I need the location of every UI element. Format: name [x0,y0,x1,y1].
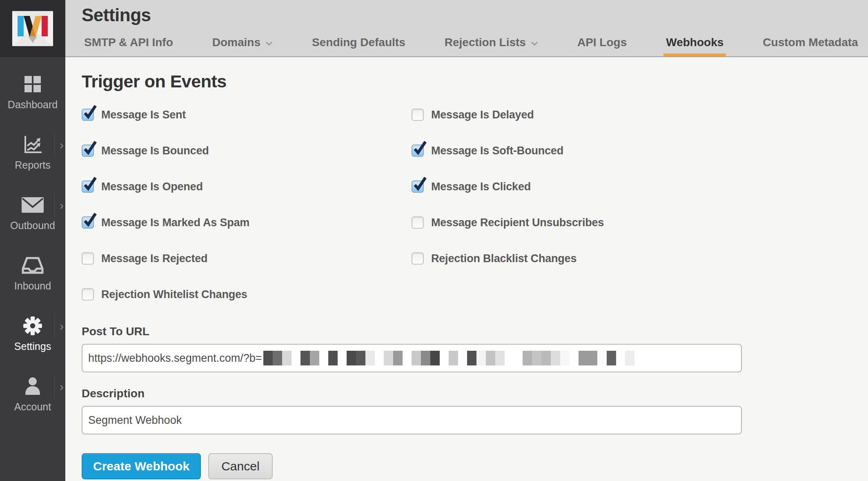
events-column-left: Message Is Sent Message Is Bounced Messa… [82,109,412,324]
sidebar-nav: Dashboard Reports › [0,57,65,432]
tab-label: SMTP & API Info [84,36,173,49]
sidebar-item-reports[interactable]: Reports › [0,130,65,190]
section-heading: Trigger on Events [82,71,868,91]
checkbox-rejection-whitelist-changes[interactable] [82,288,94,301]
checkbox-rejection-blacklist-changes[interactable] [412,252,424,265]
checkbox-label: Message Is Sent [101,109,186,121]
form-actions: Create Webhook Cancel [82,453,868,479]
inbox-tray-icon [21,255,44,276]
chevron-down-icon [531,41,538,46]
events-column-right: Message Is Delayed Message Is Soft-Bounc… [412,109,868,324]
dashboard-grid-icon [24,73,42,95]
sidebar-item-label: Inbound [14,280,51,292]
event-checkbox-grid: Message Is Sent Message Is Bounced Messa… [82,109,868,324]
sidebar-item-outbound[interactable]: Outbound › [0,190,65,251]
mandrill-m-logo [12,11,53,46]
create-webhook-button[interactable]: Create Webhook [82,453,201,479]
description-label: Description [82,387,868,400]
tab-rejection-lists[interactable]: Rejection Lists [442,36,541,56]
line-chart-icon [23,134,42,155]
sidebar-item-inbound[interactable]: Inbound [0,251,65,311]
event-row[interactable]: Message Is Opened [82,180,412,193]
event-row[interactable]: Message Is Bounced [82,145,412,157]
checkbox-label: Rejection Blacklist Changes [431,252,576,265]
webhook-form: Trigger on Events Message Is Sent Messag… [65,57,868,481]
person-icon [23,376,42,397]
tab-webhooks[interactable]: Webhooks [663,36,726,56]
envelope-icon [21,194,44,216]
checkbox-label: Message Is Clicked [431,180,531,193]
sidebar-item-label: Outbound [10,220,55,232]
tab-label: Rejection Lists [445,36,526,49]
tab-label: API Logs [577,36,627,49]
event-row[interactable]: Rejection Blacklist Changes [412,252,868,265]
tab-custom-metadata[interactable]: Custom Metadata [760,36,860,56]
checkbox-label: Message Is Delayed [431,109,534,121]
event-row[interactable]: Message Recipient Unsubscribes [412,216,868,229]
checkbox-message-is-sent[interactable] [82,109,94,121]
tab-label: Domains [212,36,260,49]
checkbox-label: Message Is Rejected [101,252,207,265]
description-value: Segment Webhook [88,414,182,427]
checkbox-message-is-clicked[interactable] [412,180,424,193]
checkbox-label: Message Recipient Unsubscribes [431,216,604,229]
sidebar-item-label: Dashboard [8,99,58,111]
event-row[interactable]: Message Is Rejected [82,252,412,265]
checkbox-label: Message Is Opened [101,180,203,193]
app-window: Dashboard Reports › [0,0,868,481]
checkbox-message-recipient-unsubscribes[interactable] [412,216,424,229]
gear-icon [22,315,43,336]
sidebar-item-dashboard[interactable]: Dashboard [0,69,65,130]
chevron-right-icon: › [54,375,64,399]
main-area: Settings SMTP & API Info Domains Sending… [65,0,868,481]
checkbox-message-is-marked-as-spam[interactable] [82,216,94,229]
post-to-url-label: Post To URL [82,325,868,338]
tab-label: Sending Defaults [312,36,405,49]
tab-sending-defaults[interactable]: Sending Defaults [309,36,408,56]
cancel-button[interactable]: Cancel [208,453,272,479]
checkbox-label: Message Is Soft-Bounced [431,145,563,157]
tab-label: Custom Metadata [763,36,858,49]
event-row[interactable]: Message Is Delayed [412,109,868,121]
sidebar-item-label: Settings [14,341,51,352]
checkbox-message-is-rejected[interactable] [82,252,94,265]
event-row[interactable]: Message Is Marked As Spam [82,216,412,229]
chevron-right-icon: › [54,194,64,217]
checkbox-label: Rejection Whitelist Changes [101,288,247,301]
post-to-url-value: https://webhooks.segment.com/?b= [88,352,262,365]
checkbox-message-is-opened[interactable] [82,180,94,193]
checkbox-message-is-delayed[interactable] [412,109,424,121]
tab-domains[interactable]: Domains [210,36,275,56]
event-row[interactable]: Message Is Clicked [412,180,868,193]
checkbox-label: Message Is Bounced [101,145,209,157]
description-input[interactable]: Segment Webhook [82,406,742,434]
chevron-right-icon: › [54,314,64,338]
tab-label: Webhooks [666,36,723,49]
event-row[interactable]: Message Is Sent [82,109,412,121]
redacted-url-token [263,351,634,365]
checkbox-label: Message Is Marked As Spam [101,216,249,229]
sidebar-item-label: Account [14,401,51,413]
checkbox-message-is-bounced[interactable] [82,145,94,157]
page-title: Settings [82,0,868,25]
post-to-url-input[interactable]: https://webhooks.segment.com/?b= [82,344,742,372]
logo-block[interactable] [0,0,65,57]
settings-header: Settings SMTP & API Info Domains Sending… [65,0,868,57]
settings-tabs: SMTP & API Info Domains Sending Defaults… [82,36,868,56]
checkbox-message-is-soft-bounced[interactable] [412,145,424,157]
event-row[interactable]: Message Is Soft-Bounced [412,145,868,157]
tab-api-logs[interactable]: API Logs [575,36,629,56]
sidebar: Dashboard Reports › [0,0,65,481]
sidebar-item-label: Reports [15,159,51,171]
sidebar-item-settings[interactable]: Settings › [0,311,65,372]
chevron-right-icon: › [54,133,64,157]
event-row[interactable]: Rejection Whitelist Changes [82,288,412,301]
chevron-down-icon [265,41,273,46]
tab-smtp-api-info[interactable]: SMTP & API Info [82,36,176,56]
sidebar-item-account[interactable]: Account › [0,372,65,432]
